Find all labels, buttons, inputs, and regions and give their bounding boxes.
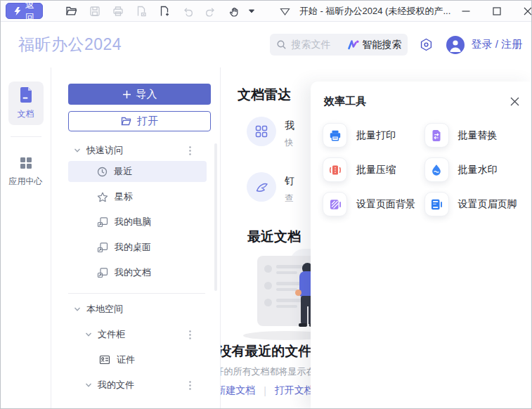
rail-item-documents[interactable]: 文档 bbox=[8, 82, 44, 125]
radar-feature-desc: 查 bbox=[285, 193, 294, 204]
radar-feature-desc: 快 bbox=[285, 137, 294, 149]
close-icon[interactable] bbox=[510, 97, 519, 106]
tool-header-footer[interactable]: 设置页眉页脚 bbox=[424, 192, 526, 216]
import-button[interactable]: 导入 bbox=[68, 84, 211, 105]
tree-group-quick-access[interactable]: 快速访问 bbox=[68, 142, 211, 159]
new-document-icon[interactable] bbox=[153, 2, 176, 20]
login-register-link[interactable]: 登录 / 注册 bbox=[471, 38, 522, 51]
app-window: 返回 bbox=[0, 0, 532, 409]
watermark-drop-icon bbox=[424, 157, 449, 182]
search-icon bbox=[276, 39, 287, 50]
radar-feature-row[interactable]: 我 快 bbox=[247, 117, 311, 149]
sidebar: 导入 打开 快速访问 bbox=[51, 67, 221, 409]
document-list-area: 文档雷达 我 快 钉 查 bbox=[221, 67, 311, 409]
open-folder-icon[interactable] bbox=[60, 2, 83, 20]
tool-page-background[interactable]: 设置页面背景 bbox=[323, 192, 424, 216]
open-document-link[interactable]: 打开文档 bbox=[275, 384, 314, 397]
empty-state-actions: 新建文档 | 打开文档 bbox=[221, 384, 314, 397]
tree-label: 星标 bbox=[115, 190, 133, 203]
radar-feature-title: 我 bbox=[285, 119, 294, 132]
chevron-down-icon[interactable] bbox=[85, 332, 92, 337]
window-title: 开始 - 福昕办公2024 (未经授权的产... bbox=[299, 5, 450, 18]
tree-label: 快速访问 bbox=[86, 144, 123, 157]
tree-label: 我的文件 bbox=[98, 379, 134, 391]
star-icon bbox=[97, 192, 108, 202]
tree-item-recent[interactable]: 最近 bbox=[68, 161, 207, 182]
tree-group-file-cabinet[interactable]: 文件柜 bbox=[68, 325, 211, 344]
radar-feature-title: 钉 bbox=[285, 175, 294, 188]
redo-icon bbox=[199, 2, 222, 20]
settings-gear-icon[interactable] bbox=[420, 38, 433, 51]
tree-item-my-computer[interactable]: 我的电脑 bbox=[68, 212, 211, 233]
new-document-link[interactable]: 新建文档 bbox=[221, 384, 255, 397]
rail-item-app-center[interactable]: 应用中心 bbox=[9, 155, 43, 188]
tree-label: 最近 bbox=[114, 165, 132, 178]
panel-title: 效率工具 bbox=[324, 95, 366, 108]
tree-item-my-desktop[interactable]: 我的桌面 bbox=[68, 237, 211, 258]
folder-icon bbox=[121, 117, 131, 126]
grid-circle-icon bbox=[247, 117, 276, 146]
ai-search-button[interactable]: 智能搜索 bbox=[347, 39, 401, 51]
tree-label: 证件 bbox=[117, 353, 135, 366]
tool-batch-watermark[interactable]: 批量水印 bbox=[424, 157, 526, 182]
sidebar-scrollbar[interactable] bbox=[214, 143, 217, 291]
shortcut-icon bbox=[97, 267, 108, 278]
app-body: 文档 应用中心 导入 打开 bbox=[1, 67, 531, 409]
hand-tool-dropdown-icon[interactable] bbox=[240, 2, 263, 20]
shortcut-icon bbox=[97, 216, 108, 228]
save-icon bbox=[83, 2, 106, 20]
tree-label: 我的桌面 bbox=[115, 241, 151, 254]
chevron-down-icon[interactable] bbox=[74, 148, 81, 153]
chevron-down-icon[interactable] bbox=[74, 306, 81, 312]
quick-toolbar bbox=[60, 2, 263, 20]
plus-icon bbox=[122, 90, 131, 99]
link-divider: | bbox=[264, 385, 266, 396]
search-box[interactable]: 搜索文件 智能搜索 bbox=[270, 34, 408, 56]
chevron-down-icon[interactable] bbox=[85, 382, 92, 388]
tree-label: 我的文档 bbox=[115, 266, 151, 279]
titlebar: 返回 bbox=[1, 1, 531, 22]
tool-batch-print[interactable]: 批量打印 bbox=[323, 123, 424, 148]
print-icon bbox=[106, 2, 129, 20]
recent-docs-title: 最近文档 bbox=[247, 228, 311, 246]
rail-item-label: 应用中心 bbox=[9, 176, 43, 188]
ai-logo-icon bbox=[347, 39, 359, 50]
wing-icon bbox=[247, 172, 276, 202]
maximize-button[interactable] bbox=[481, 1, 512, 22]
page-background-icon bbox=[323, 192, 347, 216]
back-label: 返回 bbox=[25, 0, 34, 24]
radar-feature-row[interactable]: 钉 查 bbox=[247, 172, 311, 204]
rail-divider bbox=[11, 136, 41, 137]
efficiency-tools-panel: 效率工具 批量打印 bbox=[311, 82, 531, 409]
page-title: 福昕办公2024 bbox=[18, 34, 122, 56]
tree-label: 文件柜 bbox=[98, 328, 125, 341]
collapse-ribbon-icon[interactable] bbox=[280, 6, 290, 16]
tool-batch-compress[interactable]: 批量压缩 bbox=[323, 157, 424, 182]
tree-item-starred[interactable]: 星标 bbox=[68, 186, 211, 207]
back-button[interactable]: 返回 bbox=[6, 3, 43, 19]
more-menu-icon[interactable] bbox=[189, 330, 191, 339]
search-input[interactable]: 搜索文件 bbox=[291, 39, 343, 51]
minimize-button[interactable] bbox=[450, 1, 481, 22]
close-button[interactable] bbox=[512, 1, 532, 22]
account-area[interactable]: 登录 / 注册 bbox=[446, 36, 522, 54]
compress-icon bbox=[323, 157, 347, 182]
tree-label: 我的电脑 bbox=[115, 216, 151, 228]
empty-state-title: 没有最近的文件 bbox=[221, 342, 312, 361]
tool-batch-replace[interactable]: 批量替换 bbox=[424, 123, 526, 148]
remove-page-icon bbox=[129, 2, 153, 20]
document-icon bbox=[18, 86, 34, 103]
tree-item-my-documents[interactable]: 我的文档 bbox=[68, 262, 211, 283]
avatar bbox=[446, 36, 465, 54]
tree-group-local-space[interactable]: 本地空间 bbox=[68, 301, 211, 317]
open-button[interactable]: 打开 bbox=[68, 111, 211, 131]
apps-grid-icon bbox=[18, 155, 34, 171]
main-content: 文档雷达 我 快 钉 查 bbox=[221, 67, 531, 409]
more-menu-icon[interactable] bbox=[189, 146, 191, 155]
tree-label: 本地空间 bbox=[86, 303, 123, 316]
tree-item-certificates[interactable]: 证件 bbox=[68, 351, 211, 369]
tree-group-my-files[interactable]: 我的文件 bbox=[68, 376, 211, 394]
doc-radar-title: 文档雷达 bbox=[238, 86, 311, 104]
printer-icon bbox=[323, 123, 347, 148]
more-menu-icon[interactable] bbox=[189, 381, 191, 390]
